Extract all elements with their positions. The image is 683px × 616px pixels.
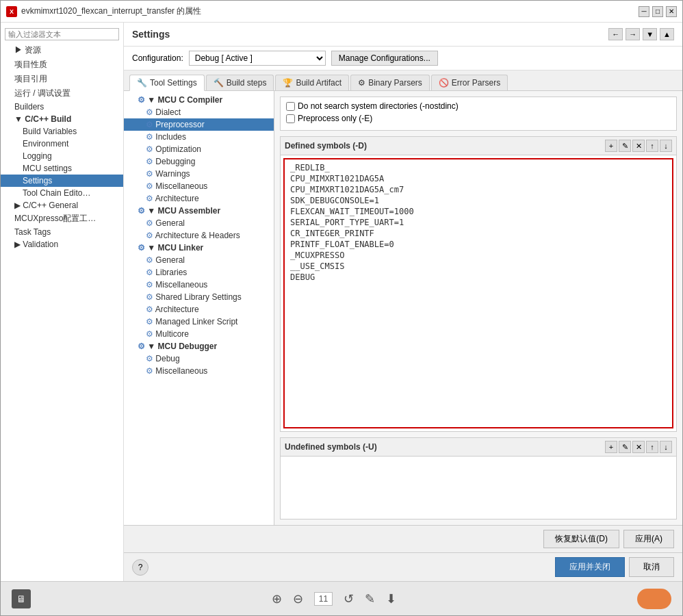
tree-linker-general[interactable]: ⚙ General — [124, 254, 274, 266]
back-button[interactable]: ← — [608, 28, 623, 40]
sidebar-item-resources[interactable]: ▶ 资源 — [1, 43, 123, 57]
apply-button[interactable]: 应用(A) — [623, 530, 674, 548]
tree-mcu-assembler[interactable]: ⚙ ▼ MCU Assembler — [124, 205, 274, 217]
maximize-button[interactable]: □ — [652, 6, 663, 17]
tabs-bar: 🔧 Tool Settings 🔨 Build steps 🏆 Build Ar… — [124, 70, 682, 91]
refresh-button[interactable]: ↺ — [344, 591, 354, 606]
sidebar-item-task-tags[interactable]: Task Tags — [1, 226, 123, 238]
tree-libraries[interactable]: ⚙ Libraries — [124, 266, 274, 279]
help-button[interactable]: ? — [132, 559, 149, 576]
sidebar-item-logging[interactable]: Logging — [1, 150, 123, 162]
tree-debug-node[interactable]: ⚙ Debug — [124, 352, 274, 365]
tree-mcu-linker[interactable]: ⚙ ▼ MCU Linker — [124, 242, 274, 254]
symbol-item[interactable]: __USE_CMSIS — [287, 261, 669, 272]
tree-managed-linker[interactable]: ⚙ Managed Linker Script — [124, 316, 274, 328]
undef-symbols-toolbar: + ✎ ✕ ↑ ↓ — [605, 441, 672, 453]
tree-linker-misc[interactable]: ⚙ Miscellaneous — [124, 279, 274, 291]
symbol-item[interactable]: SERIAL_PORT_TYPE_UART=1 — [287, 217, 669, 228]
sidebar-item-cpp-general[interactable]: ▶ C/C++ General — [1, 199, 123, 211]
down-button[interactable]: ▼ — [643, 28, 657, 40]
main-container: ▶ 资源 项目性质 项目引用 运行 / 调试设置 Builders ▼ C/C+… — [1, 23, 682, 581]
apply-close-button[interactable]: 应用并关闭 — [555, 557, 625, 577]
close-button[interactable]: ✕ — [666, 6, 677, 17]
symbol-item[interactable]: CR_INTEGER_PRINTF — [287, 228, 669, 239]
sidebar: ▶ 资源 项目性质 项目引用 运行 / 调试设置 Builders ▼ C/C+… — [1, 23, 124, 581]
tree-warnings[interactable]: ⚙ Warnings — [124, 168, 274, 180]
edit-button[interactable]: ✎ — [365, 591, 375, 606]
build-artifact-icon: 🏆 — [283, 78, 293, 88]
tree-preprocessor[interactable]: ⚙ Preprocessor — [124, 118, 274, 131]
manage-config-button[interactable]: Manage Configurations... — [331, 51, 438, 66]
sidebar-item-cpp-build[interactable]: ▼ C/C++ Build — [1, 113, 123, 125]
symbol-item[interactable]: _REDLIB_ — [287, 162, 669, 173]
sidebar-item-build-vars[interactable]: Build Variables — [1, 125, 123, 138]
tree-dialect[interactable]: ⚙ Dialect — [124, 106, 274, 118]
add-undef-button[interactable]: + — [605, 441, 617, 453]
main-window: X evkmimxrt1020_flexcan_interrupt_transf… — [0, 0, 683, 616]
symbol-item[interactable]: CPU_MIMXRT1021DAG5A — [287, 173, 669, 184]
sidebar-item-run-debug[interactable]: 运行 / 调试设置 — [1, 86, 123, 101]
window-title: evkmimxrt1020_flexcan_interrupt_transfer… — [21, 5, 201, 17]
tree-multicore[interactable]: ⚙ Multicore — [124, 328, 274, 340]
sidebar-item-environment[interactable]: Environment — [1, 138, 123, 150]
symbol-item[interactable]: PRINTF_FLOAT_ENABLE=0 — [287, 239, 669, 250]
sidebar-item-toolchain-editor[interactable]: Tool Chain Edito… — [1, 187, 123, 199]
taskbar-right — [637, 589, 671, 609]
tree-miscellaneous[interactable]: ⚙ Miscellaneous — [124, 180, 274, 192]
delete-symbol-button[interactable]: ✕ — [632, 140, 645, 152]
tool-settings-icon: 🔧 — [137, 78, 147, 88]
up-button[interactable]: ▲ — [660, 28, 674, 40]
restore-defaults-button[interactable]: 恢复默认值(D) — [543, 530, 619, 548]
move-down-undef-button[interactable]: ↓ — [660, 441, 672, 453]
download-button[interactable]: ⬇ — [386, 591, 396, 606]
sidebar-item-project-refs[interactable]: 项目引用 — [1, 72, 123, 86]
tab-binary-parsers[interactable]: ⚙ Binary Parsers — [350, 75, 430, 90]
preprocess-only-checkbox[interactable] — [286, 114, 295, 123]
tree-debugging[interactable]: ⚙ Debugging — [124, 155, 274, 168]
tree-debug-misc[interactable]: ⚙ Miscellaneous — [124, 365, 274, 377]
tree-linker-arch[interactable]: ⚙ Architecture — [124, 303, 274, 316]
edit-undef-button[interactable]: ✎ — [619, 441, 631, 453]
config-select[interactable]: Debug [ Active ] — [189, 51, 326, 66]
taskbar-left: 🖥 — [12, 589, 31, 608]
tab-build-steps-label: Build steps — [227, 78, 267, 88]
minimize-button[interactable]: ─ — [639, 6, 649, 17]
tab-build-steps[interactable]: 🔨 Build steps — [206, 75, 274, 90]
sidebar-item-validation[interactable]: ▶ Validation — [1, 238, 123, 251]
tab-error-parsers[interactable]: 🚫 Error Parsers — [431, 75, 508, 90]
zoom-in-button[interactable]: ⊕ — [272, 591, 282, 606]
move-up-button[interactable]: ↑ — [646, 140, 658, 152]
add-symbol-button[interactable]: + — [605, 140, 617, 152]
sidebar-item-mcuxpresso[interactable]: MCUXpresso配置工… — [1, 211, 123, 226]
tree-shared-lib[interactable]: ⚙ Shared Library Settings — [124, 291, 274, 303]
symbol-item[interactable]: FLEXCAN_WAIT_TIMEOUT=1000 — [287, 206, 669, 217]
tree-architecture[interactable]: ⚙ Architecture — [124, 192, 274, 205]
sidebar-item-settings[interactable]: Settings — [1, 175, 123, 187]
settings-header: Settings ← → ▼ ▲ — [124, 23, 682, 47]
symbol-item[interactable]: _MCUXPRESSO — [287, 250, 669, 261]
cancel-button[interactable]: 取消 — [629, 557, 674, 577]
sidebar-item-project-props[interactable]: 项目性质 — [1, 57, 123, 72]
tree-mcu-debugger[interactable]: ⚙ ▼ MCU Debugger — [124, 340, 274, 352]
symbol-item[interactable]: SDK_DEBUGCONSOLE=1 — [287, 195, 669, 206]
delete-undef-button[interactable]: ✕ — [632, 441, 645, 453]
tree-includes[interactable]: ⚙ Includes — [124, 131, 274, 143]
tab-build-artifact[interactable]: 🏆 Build Artifact — [275, 75, 349, 90]
edit-symbol-button[interactable]: ✎ — [619, 140, 631, 152]
tab-error-parsers-label: Error Parsers — [452, 78, 500, 88]
filter-input[interactable] — [5, 28, 119, 40]
zoom-out-button[interactable]: ⊖ — [293, 591, 303, 606]
move-up-undef-button[interactable]: ↑ — [646, 441, 658, 453]
symbol-item[interactable]: CPU_MIMXRT1021DAG5A_cm7 — [287, 184, 669, 195]
move-down-button[interactable]: ↓ — [660, 140, 672, 152]
tab-tool-settings[interactable]: 🔧 Tool Settings — [129, 75, 205, 91]
tree-mcu-c-compiler[interactable]: ⚙ ▼ MCU C Compiler — [124, 94, 274, 106]
symbol-item[interactable]: DEBUG — [287, 272, 669, 283]
tree-asm-general[interactable]: ⚙ General — [124, 217, 274, 229]
tree-arch-headers[interactable]: ⚙ Architecture & Headers — [124, 229, 274, 242]
tree-optimization[interactable]: ⚙ Optimization — [124, 143, 274, 155]
nostdinc-checkbox[interactable] — [286, 102, 295, 111]
sidebar-item-mcu-settings[interactable]: MCU settings — [1, 162, 123, 175]
forward-button[interactable]: → — [626, 28, 640, 40]
sidebar-item-builders[interactable]: Builders — [1, 101, 123, 113]
